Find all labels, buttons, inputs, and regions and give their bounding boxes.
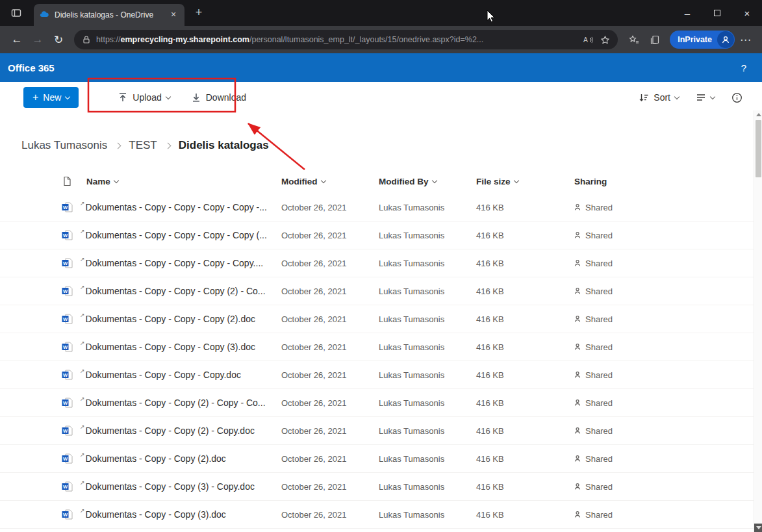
file-row[interactable]: W ↗ Dokumentas - Copy - Copy (2) - Copy.… xyxy=(0,417,762,445)
chevron-down-icon xyxy=(710,94,715,99)
file-row[interactable]: W ↗ Dokumentas - Copy - Copy - Copy (2).… xyxy=(0,305,762,333)
file-name[interactable]: Dokumentas - Copy - Copy (2).doc xyxy=(86,453,226,464)
file-modified: October 26, 2021 xyxy=(281,286,379,296)
page-scrollbar[interactable] xyxy=(754,110,762,532)
column-header-sharing[interactable]: Sharing xyxy=(574,177,762,186)
inprivate-badge[interactable]: InPrivate xyxy=(670,31,735,49)
url-protocol: https:// xyxy=(96,35,121,44)
details-info-button[interactable] xyxy=(731,92,743,103)
file-name[interactable]: Dokumentas - Copy - Copy (2) - Copy.doc xyxy=(86,425,255,436)
word-file-icon: W xyxy=(62,286,80,296)
sort-button[interactable]: Sort xyxy=(639,92,679,103)
close-button[interactable]: × xyxy=(732,0,762,26)
file-name[interactable]: Dokumentas - Copy - Copy - Copy - Copy -… xyxy=(86,202,267,212)
lock-icon[interactable] xyxy=(82,35,91,44)
chevron-down-icon xyxy=(513,177,518,183)
file-modified-by: Lukas Tumasonis xyxy=(379,342,476,352)
file-sharing[interactable]: Shared xyxy=(574,454,762,464)
window-controls: – × xyxy=(672,0,762,26)
file-row[interactable]: W ↗ Dokumentas - Copy - Copy (3).doc Oct… xyxy=(0,501,762,529)
file-name[interactable]: Dokumentas - Copy - Copy (3).doc xyxy=(86,509,226,520)
address-bar[interactable]: https://emprecycling-my.sharepoint.com/p… xyxy=(74,30,618,49)
tab-actions-icon[interactable] xyxy=(6,3,26,23)
breadcrumb-item-user[interactable]: Lukas Tumasonis xyxy=(21,139,107,152)
file-modified-by: Lukas Tumasonis xyxy=(379,482,476,492)
file-size: 416 KB xyxy=(476,203,574,212)
file-name[interactable]: Dokumentas - Copy - Copy (3) - Copy.doc xyxy=(86,481,255,492)
column-header-modified-by[interactable]: Modified By xyxy=(379,177,476,186)
file-sharing[interactable]: Shared xyxy=(574,510,762,520)
help-button[interactable]: ? xyxy=(741,62,746,73)
shared-indicator-icon: ↗ xyxy=(80,284,85,290)
add-favorite-star-icon[interactable] xyxy=(600,35,610,45)
word-file-icon: W xyxy=(62,398,80,408)
browser-tab[interactable]: Didelis katalogas - OneDrive × xyxy=(34,4,184,26)
file-sharing[interactable]: Shared xyxy=(574,231,762,240)
svg-text:W: W xyxy=(63,316,68,322)
file-sharing[interactable]: Shared xyxy=(574,314,762,324)
office365-brand[interactable]: Office 365 xyxy=(8,62,55,73)
file-name[interactable]: Dokumentas - Copy - Copy - Copy (3).doc xyxy=(86,342,255,352)
onedrive-content: Lukas Tumasonis TEST Didelis katalogas N… xyxy=(0,113,762,532)
file-sharing[interactable]: Shared xyxy=(574,259,762,268)
file-row[interactable]: W ↗ Dokumentas - Copy - Copy - Copy (3).… xyxy=(0,333,762,361)
file-name[interactable]: Dokumentas - Copy - Copy - Copy.doc xyxy=(86,370,241,380)
new-tab-button[interactable]: + xyxy=(191,5,207,21)
file-name[interactable]: Dokumentas - Copy - Copy (2) - Copy - Co… xyxy=(86,398,266,408)
minimize-button[interactable]: – xyxy=(672,0,702,26)
file-row[interactable]: W ↗ Dokumentas - Copy - Copy (2) - Copy … xyxy=(0,389,762,417)
file-sharing[interactable]: Shared xyxy=(574,426,762,436)
settings-menu-icon[interactable]: ⋯ xyxy=(736,30,756,49)
url-text[interactable]: https://emprecycling-my.sharepoint.com/p… xyxy=(96,35,576,44)
file-name[interactable]: Dokumentas - Copy - Copy - Copy (2) - Co… xyxy=(86,286,266,296)
file-sharing[interactable]: Shared xyxy=(574,482,762,492)
file-sharing[interactable]: Shared xyxy=(574,398,762,408)
file-sharing[interactable]: Shared xyxy=(574,370,762,380)
refresh-button[interactable]: ↻ xyxy=(48,29,69,50)
file-size: 416 KB xyxy=(476,370,574,380)
scrollbar-thumb[interactable] xyxy=(756,120,761,177)
file-name[interactable]: Dokumentas - Copy - Copy - Copy (2).doc xyxy=(86,314,255,324)
sharing-status: Shared xyxy=(585,454,613,464)
shared-indicator-icon: ↗ xyxy=(80,340,85,346)
sharing-status: Shared xyxy=(585,231,613,240)
file-row[interactable]: W ↗ Dokumentas - Copy - Copy - Copy - Co… xyxy=(0,222,762,249)
sharing-status: Shared xyxy=(585,482,613,492)
file-row[interactable]: W ↗ Dokumentas - Copy - Copy - Copy (2) … xyxy=(0,277,762,305)
file-size: 416 KB xyxy=(476,231,574,240)
info-icon xyxy=(731,92,743,103)
file-modified: October 26, 2021 xyxy=(281,482,379,492)
new-button[interactable]: + New xyxy=(23,87,79,108)
profile-avatar[interactable] xyxy=(717,31,734,48)
back-button[interactable]: ← xyxy=(6,29,27,50)
scroll-up-arrow-icon[interactable] xyxy=(754,110,762,119)
browser-titlebar: Didelis katalogas - OneDrive × + – × xyxy=(0,0,762,26)
column-header-file-size[interactable]: File size xyxy=(476,177,574,186)
tab-close-icon[interactable]: × xyxy=(168,9,179,21)
file-row[interactable]: W ↗ Dokumentas - Copy - Copy (2).doc Oct… xyxy=(0,445,762,473)
file-name[interactable]: Dokumentas - Copy - Copy - Copy - Copy (… xyxy=(86,230,267,240)
collections-icon[interactable] xyxy=(645,30,665,49)
download-button[interactable]: Download xyxy=(191,92,246,103)
maximize-button[interactable] xyxy=(702,0,732,26)
file-row[interactable]: W ↗ Dokumentas - Copy - Copy - Copy.doc … xyxy=(0,361,762,389)
file-sharing[interactable]: Shared xyxy=(574,203,762,212)
upload-button[interactable]: Upload xyxy=(118,92,170,103)
svg-text:W: W xyxy=(63,456,68,462)
file-sharing[interactable]: Shared xyxy=(574,286,762,296)
file-name[interactable]: Dokumentas - Copy - Copy - Copy - Copy..… xyxy=(86,258,264,268)
svg-text:W: W xyxy=(63,260,68,266)
column-header-modified[interactable]: Modified xyxy=(281,177,379,186)
file-row[interactable]: W ↗ Dokumentas - Copy - Copy - Copy - Co… xyxy=(0,249,762,277)
file-row[interactable]: W ↗ Dokumentas - Copy - Copy - Copy - Co… xyxy=(0,194,762,222)
scroll-down-arrow-icon[interactable] xyxy=(754,524,762,532)
file-sharing[interactable]: Shared xyxy=(574,342,762,352)
view-options-button[interactable] xyxy=(696,92,715,103)
favorites-icon[interactable] xyxy=(624,30,644,49)
file-row[interactable]: W ↗ Dokumentas - Copy - Copy (3) - Copy.… xyxy=(0,473,762,501)
breadcrumb-item-test[interactable]: TEST xyxy=(129,139,157,152)
column-header-name[interactable]: Name xyxy=(80,177,281,186)
read-aloud-icon[interactable]: A xyxy=(583,35,594,45)
file-size: 416 KB xyxy=(476,454,574,464)
svg-text:W: W xyxy=(63,512,68,518)
